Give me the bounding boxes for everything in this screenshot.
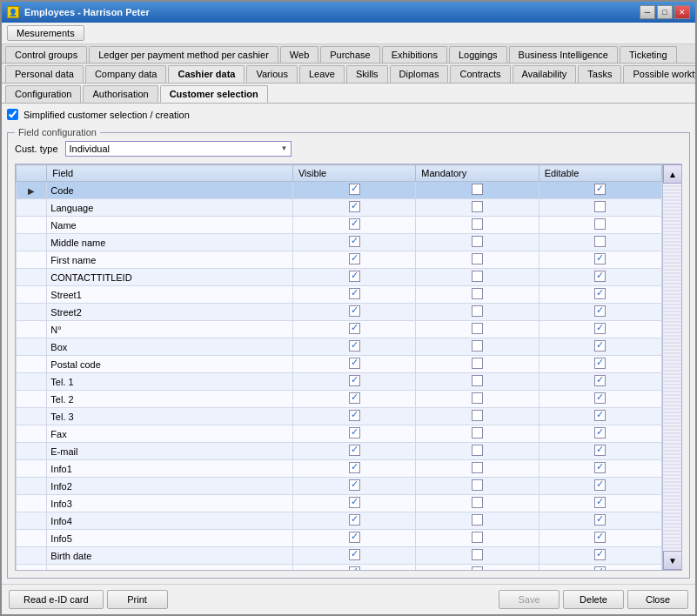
tab-company-data[interactable]: Company data (85, 65, 167, 83)
row-mandatory[interactable] (416, 182, 539, 199)
row-editable[interactable] (539, 425, 661, 443)
tab-various[interactable]: Various (246, 65, 297, 83)
row-editable[interactable] (539, 565, 661, 571)
tab-personal-data[interactable]: Personal data (5, 65, 84, 83)
row-mandatory[interactable] (416, 251, 539, 269)
row-editable[interactable] (539, 373, 661, 391)
row-mandatory[interactable] (416, 321, 539, 338)
row-mandatory[interactable] (416, 304, 539, 321)
row-editable[interactable] (539, 530, 661, 547)
save-button[interactable]: Save (499, 590, 560, 609)
row-visible[interactable] (292, 460, 415, 478)
row-editable[interactable] (539, 495, 661, 512)
row-editable[interactable] (539, 199, 661, 217)
table-row[interactable]: N° (17, 321, 662, 338)
row-mandatory[interactable] (416, 217, 539, 234)
row-editable[interactable] (539, 356, 661, 373)
tab-ledger[interactable]: Ledger per payment method per cashier (89, 46, 278, 63)
tab-authorisation[interactable]: Authorisation (83, 85, 157, 103)
tab-control-groups[interactable]: Control groups (5, 46, 87, 63)
tab-leave[interactable]: Leave (299, 65, 345, 83)
row-mandatory[interactable] (416, 425, 539, 443)
tab-configuration[interactable]: Configuration (5, 85, 81, 103)
row-visible[interactable] (292, 338, 415, 356)
tab-possible-worktypes[interactable]: Possible worktypes (623, 65, 695, 83)
delete-button[interactable]: Delete (563, 590, 624, 609)
row-editable[interactable] (539, 478, 661, 495)
row-visible[interactable] (292, 478, 415, 495)
row-mandatory[interactable] (416, 391, 539, 408)
row-visible[interactable] (292, 547, 415, 565)
table-scroll[interactable]: Field Visible Mandatory Editable ▶CodeLa… (16, 164, 662, 570)
table-row[interactable]: Info2 (17, 478, 662, 495)
tab-ticketing[interactable]: Ticketing (620, 46, 677, 63)
tab-availability[interactable]: Availability (513, 65, 577, 83)
tab-web[interactable]: Web (280, 46, 318, 63)
row-editable[interactable] (539, 321, 661, 338)
row-editable[interactable] (539, 234, 661, 251)
row-mandatory[interactable] (416, 286, 539, 304)
table-row[interactable]: Gender (17, 565, 662, 571)
tab-customer-selection[interactable]: Customer selection (160, 85, 268, 103)
scroll-up-button[interactable]: ▲ (663, 164, 682, 184)
table-row[interactable]: Tel. 3 (17, 408, 662, 425)
tab-business-intelligence[interactable]: Business Intelligence (509, 46, 618, 63)
row-visible[interactable] (292, 182, 415, 199)
tab-cashier-data[interactable]: Cashier data (168, 65, 245, 83)
row-visible[interactable] (292, 425, 415, 443)
row-editable[interactable] (539, 251, 661, 269)
row-mandatory[interactable] (416, 269, 539, 286)
table-row[interactable]: Info4 (17, 512, 662, 530)
row-visible[interactable] (292, 304, 415, 321)
row-mandatory[interactable] (416, 460, 539, 478)
tab-loggings[interactable]: Loggings (449, 46, 507, 63)
table-row[interactable]: Info5 (17, 530, 662, 547)
tab-exhibitions[interactable]: Exhibitions (382, 46, 447, 63)
table-row[interactable]: E-mail (17, 443, 662, 460)
table-row[interactable]: Box (17, 338, 662, 356)
row-mandatory[interactable] (416, 478, 539, 495)
row-editable[interactable] (539, 338, 661, 356)
table-row[interactable]: Tel. 1 (17, 373, 662, 391)
row-visible[interactable] (292, 443, 415, 460)
row-editable[interactable] (539, 460, 661, 478)
row-mandatory[interactable] (416, 199, 539, 217)
row-mandatory[interactable] (416, 338, 539, 356)
row-visible[interactable] (292, 356, 415, 373)
table-row[interactable]: First name (17, 251, 662, 269)
row-editable[interactable] (539, 269, 661, 286)
row-visible[interactable] (292, 199, 415, 217)
row-visible[interactable] (292, 286, 415, 304)
row-editable[interactable] (539, 182, 661, 199)
tab-contracts[interactable]: Contracts (450, 65, 510, 83)
row-editable[interactable] (539, 408, 661, 425)
minimize-button[interactable]: ─ (640, 5, 655, 19)
row-editable[interactable] (539, 217, 661, 234)
row-mandatory[interactable] (416, 512, 539, 530)
table-row[interactable]: Birth date (17, 547, 662, 565)
row-mandatory[interactable] (416, 443, 539, 460)
table-row[interactable]: Street1 (17, 286, 662, 304)
table-row[interactable]: Street2 (17, 304, 662, 321)
row-mandatory[interactable] (416, 408, 539, 425)
close-window-button[interactable]: ✕ (674, 5, 690, 19)
close-button[interactable]: Close (627, 590, 688, 609)
row-visible[interactable] (292, 495, 415, 512)
tab-tasks[interactable]: Tasks (578, 65, 621, 83)
maximize-button[interactable]: □ (657, 5, 673, 19)
row-editable[interactable] (539, 443, 661, 460)
row-editable[interactable] (539, 391, 661, 408)
measurements-button[interactable]: Mesurements (7, 25, 84, 41)
table-row[interactable]: Language (17, 199, 662, 217)
row-editable[interactable] (539, 304, 661, 321)
table-row[interactable]: Fax (17, 425, 662, 443)
row-mandatory[interactable] (416, 547, 539, 565)
row-mandatory[interactable] (416, 356, 539, 373)
row-visible[interactable] (292, 251, 415, 269)
row-visible[interactable] (292, 234, 415, 251)
tab-purchase[interactable]: Purchase (320, 46, 379, 63)
row-visible[interactable] (292, 373, 415, 391)
table-row[interactable]: Info3 (17, 495, 662, 512)
row-mandatory[interactable] (416, 530, 539, 547)
row-editable[interactable] (539, 286, 661, 304)
